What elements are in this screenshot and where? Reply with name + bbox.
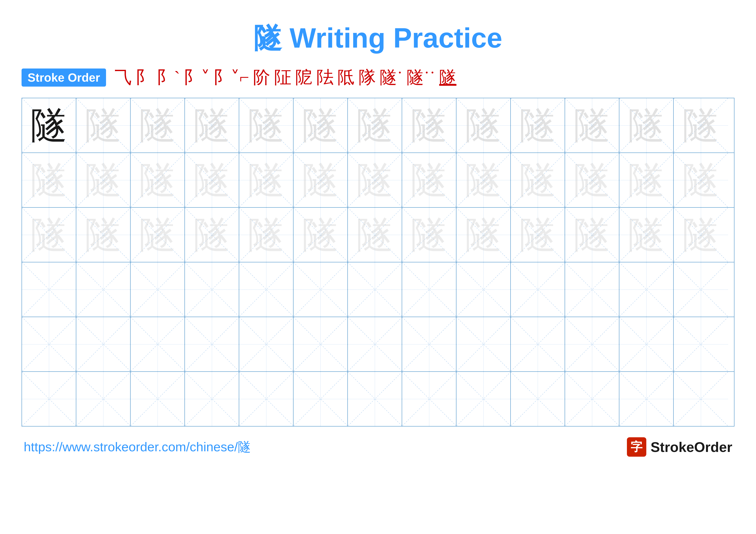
- grid-cell-6-3[interactable]: [131, 372, 185, 426]
- svg-line-94: [456, 262, 510, 317]
- grid-cell-5-12[interactable]: [619, 317, 674, 371]
- grid-cell-5-8[interactable]: [402, 317, 456, 371]
- grid-cell-6-1[interactable]: [22, 372, 76, 426]
- grid-cell-3-11[interactable]: 隧: [565, 208, 619, 262]
- stroke-13: 隧˙˙: [407, 66, 435, 89]
- grid-cell-5-11[interactable]: [565, 317, 619, 371]
- grid-cell-6-10[interactable]: [511, 372, 565, 426]
- grid-cell-1-10[interactable]: 隧: [511, 98, 565, 153]
- grid-cell-6-7[interactable]: [348, 372, 402, 426]
- grid-cell-6-5[interactable]: [239, 372, 293, 426]
- grid-cell-4-1[interactable]: [22, 262, 76, 317]
- grid-cell-6-8[interactable]: [402, 372, 456, 426]
- grid-cell-2-7[interactable]: 隧: [348, 153, 402, 207]
- grid-cell-5-2[interactable]: [76, 317, 131, 371]
- grid-cell-6-12[interactable]: [619, 372, 674, 426]
- grid-cell-3-1[interactable]: 隧: [22, 208, 76, 262]
- footer-url[interactable]: https://www.strokeorder.com/chinese/隧: [24, 438, 251, 456]
- grid-cell-6-11[interactable]: [565, 372, 619, 426]
- grid-cell-4-7[interactable]: [348, 262, 402, 317]
- svg-line-97: [511, 262, 565, 317]
- grid-cell-6-4[interactable]: [185, 372, 239, 426]
- char-trace: 隧: [302, 162, 339, 198]
- svg-line-154: [674, 372, 728, 426]
- grid-cell-3-12[interactable]: 隧: [619, 208, 674, 262]
- grid-cell-1-6[interactable]: 隧: [293, 98, 348, 153]
- svg-line-86: [239, 262, 293, 317]
- grid-cell-6-2[interactable]: [76, 372, 131, 426]
- svg-line-124: [565, 317, 619, 371]
- grid-cell-2-13[interactable]: 隧: [674, 153, 728, 207]
- svg-line-104: [22, 317, 76, 371]
- grid-cell-5-5[interactable]: [239, 317, 293, 371]
- grid-cell-1-4[interactable]: 隧: [185, 98, 239, 153]
- grid-cell-4-6[interactable]: [293, 262, 348, 317]
- footer-logo: 字 StrokeOrder: [627, 437, 732, 457]
- grid-cell-1-11[interactable]: 隧: [565, 98, 619, 153]
- grid-cell-6-13[interactable]: [674, 372, 728, 426]
- grid-cell-2-2[interactable]: 隧: [76, 153, 131, 207]
- char-trace: 隧: [465, 162, 502, 198]
- grid-cell-6-9[interactable]: [456, 372, 511, 426]
- grid-cell-3-5[interactable]: 隧: [239, 208, 293, 262]
- svg-line-107: [76, 317, 130, 371]
- grid-cell-1-5[interactable]: 隧: [239, 98, 293, 153]
- grid-cell-2-11[interactable]: 隧: [565, 153, 619, 207]
- grid-cell-4-11[interactable]: [565, 262, 619, 317]
- stroke-9: 阹: [316, 66, 334, 89]
- grid-cell-3-13[interactable]: 隧: [674, 208, 728, 262]
- char-trace: 隧: [357, 162, 393, 198]
- grid-cell-3-10[interactable]: 隧: [511, 208, 565, 262]
- grid-cell-6-6[interactable]: [293, 372, 348, 426]
- grid-cell-1-3[interactable]: 隧: [131, 98, 185, 153]
- grid-cell-3-6[interactable]: 隧: [293, 208, 348, 262]
- grid-cell-2-1[interactable]: 隧: [22, 153, 76, 207]
- grid-cell-4-10[interactable]: [511, 262, 565, 317]
- grid-cell-3-7[interactable]: 隧: [348, 208, 402, 262]
- svg-line-130: [22, 372, 76, 426]
- grid-cell-1-2[interactable]: 隧: [76, 98, 131, 153]
- grid-cell-3-8[interactable]: 隧: [402, 208, 456, 262]
- grid-cell-5-10[interactable]: [511, 317, 565, 371]
- grid-cell-2-9[interactable]: 隧: [456, 153, 511, 207]
- grid-cell-2-6[interactable]: 隧: [293, 153, 348, 207]
- grid-cell-5-3[interactable]: [131, 317, 185, 371]
- grid-cell-4-3[interactable]: [131, 262, 185, 317]
- grid-cell-2-10[interactable]: 隧: [511, 153, 565, 207]
- grid-cell-4-8[interactable]: [402, 262, 456, 317]
- grid-cell-5-1[interactable]: [22, 317, 76, 371]
- grid-cell-3-2[interactable]: 隧: [76, 208, 131, 262]
- grid-cell-2-8[interactable]: 隧: [402, 153, 456, 207]
- grid-cell-1-8[interactable]: 隧: [402, 98, 456, 153]
- grid-cell-2-3[interactable]: 隧: [131, 153, 185, 207]
- grid-cell-3-9[interactable]: 隧: [456, 208, 511, 262]
- grid-cell-3-4[interactable]: 隧: [185, 208, 239, 262]
- grid-cell-4-13[interactable]: [674, 262, 728, 317]
- grid-cell-2-4[interactable]: 隧: [185, 153, 239, 207]
- grid-cell-5-4[interactable]: [185, 317, 239, 371]
- svg-line-118: [402, 317, 456, 371]
- grid-cell-1-13[interactable]: 隧: [674, 98, 728, 153]
- grid-cell-2-12[interactable]: 隧: [619, 153, 674, 207]
- char-trace: 隧: [85, 107, 122, 144]
- grid-cell-1-9[interactable]: 隧: [456, 98, 511, 153]
- grid-row-4: [22, 262, 734, 317]
- svg-line-80: [76, 262, 130, 317]
- grid-cell-4-2[interactable]: [76, 262, 131, 317]
- grid-cell-1-12[interactable]: 隧: [619, 98, 674, 153]
- grid-cell-5-7[interactable]: [348, 317, 402, 371]
- svg-line-101: [619, 262, 673, 317]
- grid-cell-4-12[interactable]: [619, 262, 674, 317]
- grid-cell-1-7[interactable]: 隧: [348, 98, 402, 153]
- grid-cell-2-5[interactable]: 隧: [239, 153, 293, 207]
- grid-cell-4-5[interactable]: [239, 262, 293, 317]
- svg-line-152: [619, 372, 673, 426]
- grid-cell-1-1[interactable]: 隧: [22, 98, 76, 153]
- grid-cell-5-9[interactable]: [456, 317, 511, 371]
- char-trace: 隧: [519, 216, 556, 253]
- grid-cell-4-9[interactable]: [456, 262, 511, 317]
- grid-cell-5-13[interactable]: [674, 317, 728, 371]
- grid-cell-4-4[interactable]: [185, 262, 239, 317]
- grid-cell-5-6[interactable]: [293, 317, 348, 371]
- grid-cell-3-3[interactable]: 隧: [131, 208, 185, 262]
